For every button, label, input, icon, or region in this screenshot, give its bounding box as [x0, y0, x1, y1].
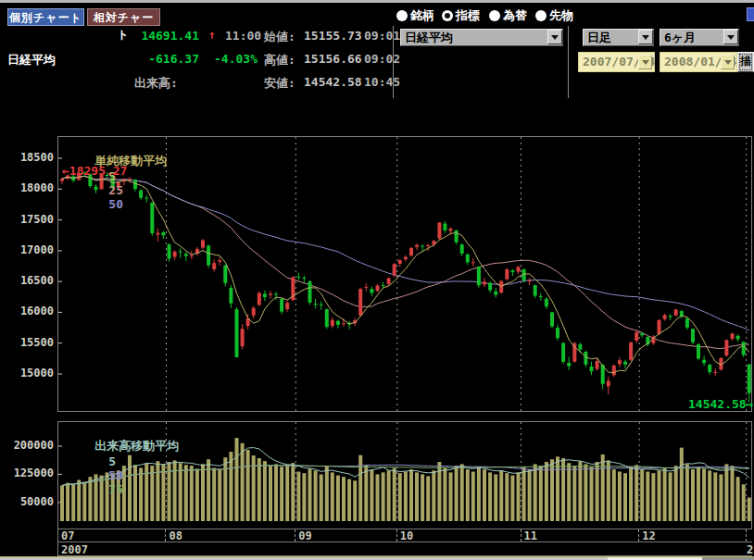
open-label: 始値: [264, 29, 295, 45]
month-label: 08 [169, 529, 182, 542]
arrow-down-glyph [724, 60, 732, 65]
year-label-partial: 2 [747, 543, 753, 556]
low-time: 10:45 [364, 75, 400, 89]
chevron-down-icon[interactable] [721, 55, 735, 69]
chevron-down-icon[interactable] [547, 30, 562, 44]
open-value: 15155.73 [304, 29, 362, 43]
ma50-legend-label: 50 [108, 197, 123, 211]
draw-chart-button[interactable]: 描 [737, 52, 754, 72]
volume-chart: 出来高移動平均 5 50 75 [57, 421, 752, 529]
header-separator [568, 26, 569, 98]
date-to-select[interactable]: 2008/01/04 [660, 52, 737, 72]
axis-divider [57, 541, 752, 542]
month-boundary-tick [521, 529, 522, 541]
y-tick-label: 17000 [0, 243, 54, 256]
radio-label: 指標 [456, 7, 480, 24]
month-boundary-tick [295, 529, 296, 541]
window-top-frame [0, 0, 754, 3]
month-label: 07 [61, 529, 74, 542]
year-label: 2007 [61, 543, 88, 556]
y-tick-label: 17500 [0, 213, 54, 226]
last-price-time: 11:00 [225, 29, 261, 43]
y-tick-label: 50000 [0, 495, 54, 508]
month-boundary-tick [396, 529, 398, 541]
volume-y-axis: 20000012500050000 [0, 421, 54, 529]
radio-label: 銘柄 [410, 7, 434, 24]
date-from-select[interactable]: 2007/07/04 [578, 52, 655, 72]
month-label: 12 [642, 529, 655, 542]
high-label: 高値: [264, 52, 295, 68]
window-corner-fragment [747, 7, 754, 21]
up-arrow-icon: ↑ [208, 28, 216, 42]
y-tick-label: 16000 [0, 305, 54, 317]
radio-futures[interactable]: 先物 [535, 9, 573, 22]
chevron-down-icon[interactable] [638, 30, 653, 44]
change-value: -616.37 [134, 52, 199, 66]
month-boundary-tick [165, 529, 167, 541]
y-tick-label: 18000 [0, 181, 54, 194]
change-percent: -4.03% [209, 52, 258, 66]
symbol-name: 日経平均 [7, 52, 56, 68]
symbol-select[interactable]: 日経平均 [400, 29, 563, 46]
radio-fx[interactable]: 為替 [489, 9, 527, 22]
arrow-down-glyph [551, 35, 559, 40]
low-label: 安値: [264, 75, 295, 92]
y-tick-label: 16500 [0, 274, 54, 287]
chart-app-window: { "tabs": [ {"label": "個別チャート", "active"… [0, 0, 754, 560]
ma25-legend-label: 25 [108, 183, 123, 197]
arrow-down-glyph [642, 35, 649, 40]
price-ma-legend: 単純移動平均 5 25 50 [66, 139, 167, 225]
y-tick-label: 15500 [0, 336, 54, 349]
tab-relative-chart[interactable]: 相対チャート [87, 8, 160, 26]
month-boundary-tick [638, 529, 640, 541]
symbol-select-value: 日経平均 [405, 30, 453, 46]
radio-index[interactable]: 指標 [442, 9, 480, 22]
volume-ma-legend-title: 出来高移動平均 [94, 439, 179, 453]
vma75-legend-label: 75 [108, 482, 123, 496]
high-value: 15156.66 [304, 52, 362, 66]
radio-label: 為替 [503, 7, 527, 24]
vma5-legend-label: 5 [108, 454, 116, 468]
header-separator [393, 26, 394, 98]
period-low-annotation: 14542.58→ [688, 397, 753, 411]
y-tick-label: 15000 [0, 367, 54, 380]
tab-individual-chart[interactable]: 個別チャート [7, 8, 84, 26]
radio-stock[interactable]: 銘柄 [396, 9, 434, 22]
vma50-legend-label: 50 [108, 468, 123, 482]
arrow-down-glyph [727, 35, 735, 40]
radio-icon [442, 10, 453, 21]
month-label: 10 [400, 529, 413, 542]
low-value: 14542.58 [304, 75, 362, 89]
radio-icon [535, 10, 547, 21]
y-tick-label: 18500 [0, 151, 54, 164]
price-chart: 単純移動平均 5 25 50 ←18295.27 14542.58→ [57, 136, 752, 412]
month-label: 11 [524, 529, 537, 542]
y-tick-label: 125000 [0, 467, 54, 479]
range-select-value: 6ヶ月 [664, 30, 696, 46]
price-y-axis: 1850018000175001700016500160001550015000 [0, 136, 54, 412]
interval-select-value: 日足 [587, 30, 611, 46]
chevron-down-icon[interactable] [638, 55, 652, 69]
interval-select[interactable]: 日足 [583, 29, 654, 46]
radio-label: 先物 [549, 7, 573, 24]
volume-ma-legend: 出来高移動平均 5 50 75 [66, 424, 179, 510]
volume-label: 出来高: [134, 75, 178, 92]
range-select[interactable]: 6ヶ月 [660, 29, 739, 46]
arrow-down-glyph [642, 60, 649, 65]
month-label: 09 [298, 529, 311, 542]
high-time: 09:02 [364, 52, 400, 66]
x-axis-years: 2007 2 [0, 543, 754, 555]
radio-icon [489, 10, 500, 21]
month-boundary-tick [746, 529, 748, 541]
radio-icon [396, 10, 408, 21]
open-time: 09:01 [364, 29, 400, 43]
y-tick-label: 200000 [0, 439, 54, 452]
x-axis-months: 070809101112 [0, 529, 754, 542]
period-high-annotation: ←18295.27 [62, 164, 127, 178]
last-price: 14691.41 [134, 29, 199, 43]
chevron-down-icon[interactable] [723, 30, 738, 44]
